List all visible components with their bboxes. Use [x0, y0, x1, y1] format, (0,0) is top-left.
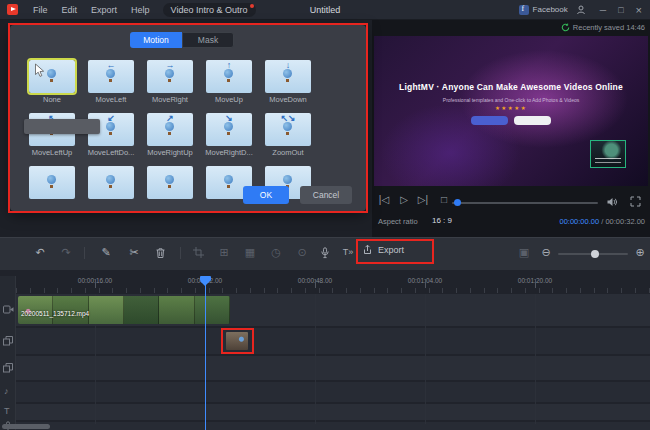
video-track-icon	[3, 305, 14, 314]
effect-moverightup[interactable]: ↗	[147, 113, 193, 146]
autosave-status-text: Recently saved 14:46	[573, 23, 645, 32]
tab-motion[interactable]: Motion	[130, 32, 182, 48]
track-text[interactable]	[16, 404, 650, 420]
facebook-icon[interactable]	[519, 5, 529, 15]
undo-button[interactable]: ↶	[32, 246, 48, 259]
effect-thumbnail-extra[interactable]	[29, 166, 75, 199]
effect-zoomout[interactable]: ↖↘	[265, 113, 311, 146]
timeline-horizontal-scrollbar[interactable]	[2, 424, 50, 429]
preview-video-subtitle: Professional templates and One-click to …	[374, 97, 648, 103]
text-track-icon: T	[4, 406, 10, 416]
effect-label: MoveRightUp	[141, 148, 199, 157]
timeline-ruler[interactable]	[16, 288, 650, 293]
zoom-out-button[interactable]: ⊖	[538, 246, 554, 259]
close-button[interactable]: ×	[630, 4, 650, 16]
music-track-icon: ♪	[4, 386, 9, 396]
aspect-ratio-value[interactable]: 16 : 9	[432, 216, 452, 225]
step-forward-button[interactable]: ▷|	[415, 194, 431, 205]
minimize-button[interactable]: ─	[594, 5, 612, 15]
facebook-label[interactable]: Facebook	[533, 5, 568, 14]
effect-moverightdown[interactable]: ↘	[206, 113, 252, 146]
split-clip-button[interactable]: ✂	[126, 246, 142, 259]
crop-button[interactable]	[193, 247, 204, 258]
motion-effects-dialog: Motion Mask ← → ↑ ↓ None MoveLeft MoveRi…	[10, 25, 366, 211]
motion-arrow: ↑	[206, 60, 252, 71]
toolbar-divider	[180, 247, 181, 259]
stop-button[interactable]: □	[436, 194, 452, 205]
cancel-button[interactable]: Cancel	[300, 186, 352, 204]
redo-button[interactable]: ↷	[58, 246, 74, 259]
overlay-track-icon	[3, 336, 13, 346]
tab-mask[interactable]: Mask	[182, 32, 234, 48]
record-voiceover-button[interactable]	[320, 247, 330, 259]
ruler-major-tick	[95, 279, 96, 288]
seek-handle[interactable]	[454, 199, 461, 206]
duration-button[interactable]: ◷	[268, 246, 284, 259]
mosaic-button[interactable]: ▦	[242, 246, 258, 259]
effect-thumbnail-extra[interactable]	[147, 166, 193, 199]
export-label: Export	[378, 245, 404, 255]
aspect-ratio-label: Aspect ratio	[378, 217, 418, 226]
volume-icon[interactable]	[606, 196, 618, 208]
seek-bar[interactable]	[452, 202, 598, 204]
overlay-clip[interactable]	[226, 332, 248, 350]
edit-clip-button[interactable]: ✎	[98, 246, 114, 259]
play-button[interactable]: ▷	[396, 194, 412, 205]
effect-label: ZoomOut	[259, 148, 317, 157]
ok-button[interactable]: OK	[243, 186, 289, 204]
zoom-in-button[interactable]: ⊕	[632, 246, 648, 259]
track-music[interactable]	[16, 382, 650, 402]
track-overlay-1[interactable]	[16, 328, 650, 354]
motion-arrow: ←	[88, 60, 134, 71]
menu-edit[interactable]: Edit	[55, 5, 85, 15]
track-overlay-2[interactable]	[16, 356, 650, 380]
account-icon[interactable]	[576, 5, 586, 15]
app-logo-icon[interactable]	[7, 4, 18, 15]
fullscreen-icon[interactable]	[630, 196, 641, 207]
saved-sync-icon	[561, 23, 570, 32]
motion-arrow: ↖↘	[265, 113, 311, 124]
ruler-major-tick	[315, 279, 316, 288]
intro-outro-label: Video Intro & Outro	[171, 5, 248, 15]
step-back-button[interactable]: |◁	[376, 194, 392, 205]
effect-label: MoveUp	[200, 95, 258, 104]
effect-moveright[interactable]: →	[147, 60, 193, 93]
rating-stars: ★★★★★	[374, 105, 648, 111]
maximize-button[interactable]: □	[612, 5, 629, 15]
tooltip	[24, 119, 100, 134]
motion-arrow: →	[147, 60, 193, 71]
effect-movedown[interactable]: ↓	[265, 60, 311, 93]
export-icon	[362, 244, 373, 255]
delete-clip-button[interactable]	[155, 247, 166, 259]
effect-thumbnail-extra[interactable]	[88, 166, 134, 199]
menu-video-intro-outro[interactable]: Video Intro & Outro	[163, 3, 257, 17]
zoom-effect-button[interactable]: ⊙	[294, 246, 310, 259]
video-preview: LightMV · Anyone Can Make Awesome Videos…	[374, 36, 648, 186]
playhead[interactable]	[205, 276, 206, 430]
toolbar-divider	[84, 247, 85, 259]
balloon-thumbnail-graphic	[165, 175, 174, 184]
effect-label: MoveRightD...	[200, 148, 258, 157]
fit-timeline-button[interactable]: ▣	[516, 246, 532, 259]
menu-help[interactable]: Help	[124, 5, 157, 15]
motion-arrow: ↗	[147, 113, 193, 124]
balloon-thumbnail-graphic	[106, 175, 115, 184]
effect-label: MoveDown	[259, 95, 317, 104]
transform-button[interactable]: ⊞	[216, 246, 232, 259]
ruler-major-tick	[425, 279, 426, 288]
menu-file[interactable]: File	[26, 5, 55, 15]
effect-moveleft[interactable]: ←	[88, 60, 134, 93]
video-cta-button-white	[514, 116, 551, 125]
clip-thumbnail-frame	[159, 296, 194, 324]
timeline-zoom-handle[interactable]	[591, 250, 599, 258]
track-voice[interactable]	[16, 422, 650, 430]
effect-moveup[interactable]: ↑	[206, 60, 252, 93]
export-button[interactable]: Export	[362, 244, 404, 255]
clip-thumbnail-frame	[89, 296, 124, 324]
balloon-thumbnail-graphic	[47, 175, 56, 184]
menu-export[interactable]: Export	[84, 5, 124, 15]
time-current: 00:00:00.00	[559, 217, 599, 226]
text-to-speech-button[interactable]: T»	[340, 246, 356, 259]
track-header-column: ♪ T	[0, 276, 16, 430]
effect-label: MoveLeftDo...	[82, 148, 140, 157]
